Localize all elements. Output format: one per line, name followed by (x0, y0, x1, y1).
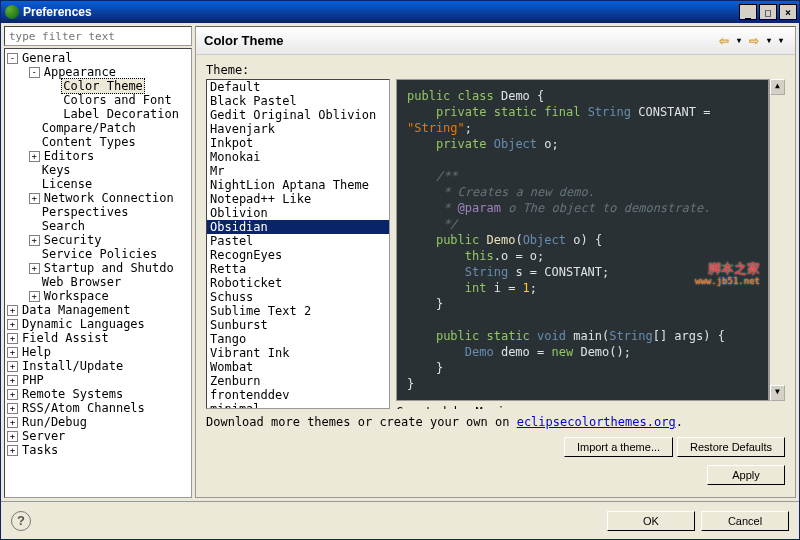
download-line: Download more themes or create your own … (206, 409, 785, 433)
scroll-down-icon[interactable]: ▼ (770, 385, 785, 401)
tree-item[interactable]: +Remote Systems (5, 387, 191, 401)
tree-item[interactable]: -Appearance (5, 65, 191, 79)
theme-item[interactable]: Zenburn (207, 374, 389, 388)
ok-button[interactable]: OK (607, 511, 695, 531)
theme-list[interactable]: DefaultBlack PastelGedit Original Oblivi… (206, 79, 390, 409)
back-icon[interactable]: ⇦ (715, 34, 733, 48)
tree-item[interactable]: +Dynamic Languages (5, 317, 191, 331)
tree-item[interactable]: Perspectives (5, 205, 191, 219)
tree-item[interactable]: +Network Connection (5, 191, 191, 205)
close-button[interactable]: × (779, 4, 797, 20)
tree-item[interactable]: +PHP (5, 373, 191, 387)
preferences-tree[interactable]: -General -Appearance Color Theme Colors … (4, 48, 192, 498)
forward-icon[interactable]: ⇨ (745, 34, 763, 48)
window-title: Preferences (23, 5, 92, 19)
app-icon (5, 5, 19, 19)
theme-item[interactable]: Roboticket (207, 276, 389, 290)
theme-item[interactable]: Default (207, 80, 389, 94)
theme-item[interactable]: Inkpot (207, 136, 389, 150)
tree-item[interactable]: Service Policies (5, 247, 191, 261)
tree-item[interactable]: Compare/Patch (5, 121, 191, 135)
tree-item[interactable]: +Help (5, 345, 191, 359)
view-menu[interactable]: ▾ (775, 36, 787, 45)
theme-item[interactable]: Pastel (207, 234, 389, 248)
theme-item[interactable]: NightLion Aptana Theme (207, 178, 389, 192)
tree-item[interactable]: Color Theme (5, 79, 191, 93)
tree-item[interactable]: +RSS/Atom Channels (5, 401, 191, 415)
tree-item[interactable]: +Security (5, 233, 191, 247)
theme-item[interactable]: Sunburst (207, 318, 389, 332)
tree-item[interactable]: +Data Management (5, 303, 191, 317)
back-menu[interactable]: ▾ (733, 36, 745, 45)
themes-link[interactable]: eclipsecolorthemes.org (517, 415, 676, 429)
theme-item[interactable]: Notepad++ Like (207, 192, 389, 206)
tree-item[interactable]: -General (5, 51, 191, 65)
theme-item[interactable]: Vibrant Ink (207, 346, 389, 360)
tree-item[interactable]: Label Decoration (5, 107, 191, 121)
minimize-button[interactable]: _ (739, 4, 757, 20)
scroll-up-icon[interactable]: ▲ (770, 79, 785, 95)
help-icon[interactable]: ? (11, 511, 31, 531)
tree-item[interactable]: Colors and Font (5, 93, 191, 107)
theme-item[interactable]: Wombat (207, 360, 389, 374)
tree-item[interactable]: +Server (5, 429, 191, 443)
section-title: Color Theme (204, 33, 283, 48)
tree-item[interactable]: Keys (5, 163, 191, 177)
tree-item[interactable]: +Workspace (5, 289, 191, 303)
author-line: Created by Morinar (396, 401, 785, 409)
tree-item[interactable]: +Field Assist (5, 331, 191, 345)
theme-item[interactable]: Obsidian (207, 220, 389, 234)
tree-item[interactable]: Search (5, 219, 191, 233)
preview-scrollbar[interactable]: ▲ ▼ (769, 79, 785, 401)
tree-item[interactable]: +Editors (5, 149, 191, 163)
cancel-button[interactable]: Cancel (701, 511, 789, 531)
section-header: Color Theme ⇦▾ ⇨▾ ▾ (196, 27, 795, 55)
theme-item[interactable]: Gedit Original Oblivion (207, 108, 389, 122)
theme-item[interactable]: Oblivion (207, 206, 389, 220)
titlebar: Preferences _ □ × (1, 1, 799, 23)
theme-item[interactable]: Black Pastel (207, 94, 389, 108)
tree-item[interactable]: Content Types (5, 135, 191, 149)
theme-item[interactable]: frontenddev (207, 388, 389, 402)
theme-item[interactable]: Schuss (207, 290, 389, 304)
tree-item[interactable]: License (5, 177, 191, 191)
theme-item[interactable]: Havenjark (207, 122, 389, 136)
theme-item[interactable]: Monokai (207, 150, 389, 164)
restore-defaults-button[interactable]: Restore Defaults (677, 437, 785, 457)
theme-label: Theme: (206, 63, 785, 77)
theme-item[interactable]: Sublime Text 2 (207, 304, 389, 318)
theme-item[interactable]: RecognEyes (207, 248, 389, 262)
theme-item[interactable]: Retta (207, 262, 389, 276)
tree-item[interactable]: +Install/Update (5, 359, 191, 373)
tree-item[interactable]: Web Browser (5, 275, 191, 289)
apply-button[interactable]: Apply (707, 465, 785, 485)
filter-input[interactable] (4, 26, 192, 46)
theme-item[interactable]: Tango (207, 332, 389, 346)
maximize-button[interactable]: □ (759, 4, 777, 20)
theme-item[interactable]: Mr (207, 164, 389, 178)
tree-item[interactable]: +Run/Debug (5, 415, 191, 429)
tree-item[interactable]: +Startup and Shutdo (5, 261, 191, 275)
forward-menu[interactable]: ▾ (763, 36, 775, 45)
tree-item[interactable]: +Tasks (5, 443, 191, 457)
code-preview: public class Demo { private static final… (396, 79, 769, 401)
theme-item[interactable]: minimal (207, 402, 389, 409)
import-theme-button[interactable]: Import a theme... (564, 437, 673, 457)
